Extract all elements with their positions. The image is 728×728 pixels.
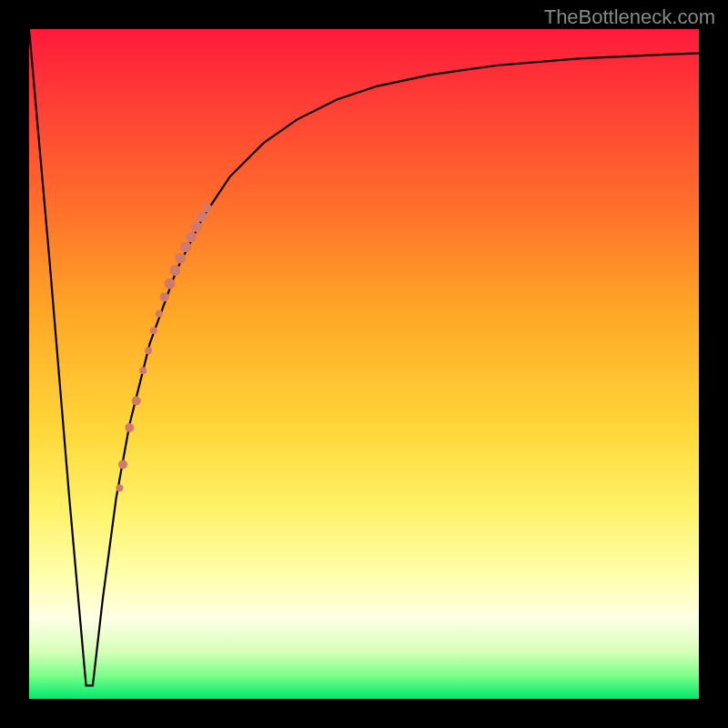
frame-border-left [0, 0, 29, 728]
pink-marker [169, 265, 180, 276]
pink-marker [118, 460, 127, 469]
pink-marker [160, 292, 169, 301]
pink-marker [145, 347, 152, 354]
pink-marker [180, 241, 191, 252]
pink-marker-group [116, 204, 211, 492]
pink-marker [132, 396, 141, 405]
chart-svg [29, 29, 699, 699]
pink-marker [116, 484, 123, 491]
frame-border-right [699, 0, 728, 728]
pink-marker [186, 231, 197, 242]
bottleneck-curve [29, 29, 699, 685]
pink-marker [125, 423, 134, 432]
frame-border-bottom [0, 699, 728, 728]
chart-frame: TheBottleneck.com [0, 0, 728, 728]
pink-marker [203, 204, 212, 213]
pink-marker [165, 278, 176, 289]
watermark-text: TheBottleneck.com [544, 5, 715, 29]
pink-marker [139, 367, 147, 374]
pink-marker [156, 310, 163, 318]
pink-marker [175, 253, 186, 264]
pink-marker [150, 327, 157, 334]
pink-marker [197, 211, 207, 222]
pink-marker [191, 221, 202, 232]
